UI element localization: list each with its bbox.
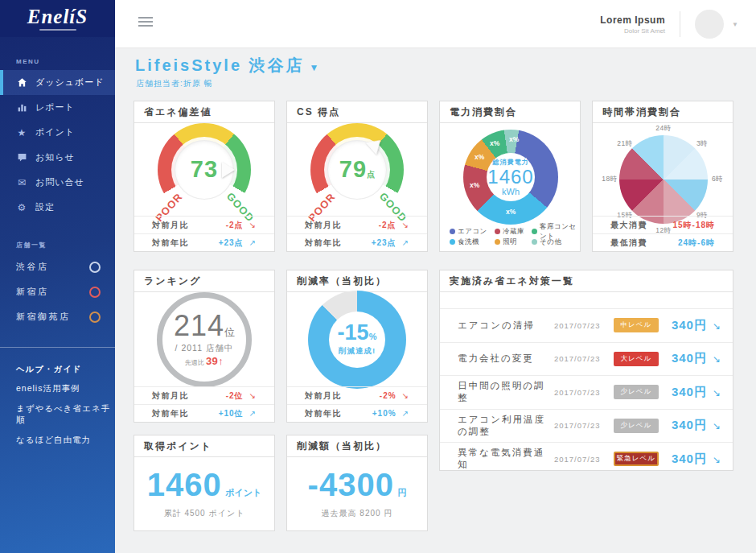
total-power-unit: kWh: [502, 187, 520, 196]
gauge-value: 79: [339, 156, 367, 183]
speech-bubble-icon: [16, 152, 28, 163]
list-item[interactable]: エアコンの清掃 2017/07/23 中レベル 340円↘: [440, 308, 733, 342]
store-manager-label: 店舗担当者:折原 暢: [136, 78, 213, 89]
brand-logo[interactable]: EnelíS: [0, 0, 115, 37]
card-reduction-rate: 削減率（当初比） -15% 削減達成! 対前月比 -2%↘ 対前年比 +10%↗: [286, 270, 428, 423]
stores-section-label: 店舗一覧: [16, 241, 115, 250]
hour-label: 6時: [712, 175, 723, 184]
list-spacer: [440, 291, 733, 308]
arrow-down-right-icon: ↘: [713, 454, 721, 465]
segment-pct-label: x%: [490, 139, 499, 147]
arrow-down-right-icon: ↘: [713, 387, 721, 398]
brand-logo-tagline-line: [39, 29, 76, 31]
measure-amount: 340円↘: [672, 452, 721, 467]
card-title: 取得ポイント: [134, 435, 274, 457]
brand-logo-text: EnelíS: [27, 6, 88, 27]
sidebar-store-shinjuku[interactable]: 新宿店: [0, 279, 115, 304]
reduction-donut-chart: -15% 削減達成!: [287, 291, 427, 387]
list-item[interactable]: 電力会社の変更 2017/07/23 大レベル 340円↘: [440, 342, 733, 376]
user-box[interactable]: Lorem Ipsum Dolor Sit Amet ▼: [600, 0, 738, 48]
store-status-ring: [89, 312, 101, 323]
measure-date: 2017/07/23: [554, 421, 614, 430]
stat-value: 15時-18時: [672, 220, 715, 231]
list-item[interactable]: 日中間の照明の調整 2017/07/23 少レベル 340円↘: [440, 375, 733, 409]
hamburger-menu-icon[interactable]: [138, 17, 153, 29]
help-link-case-studies[interactable]: enelis活用事例: [0, 378, 115, 398]
gauge-value: 73: [191, 156, 218, 183]
sidebar-item-report[interactable]: レポート: [0, 95, 115, 120]
sidebar-item-label: 設定: [35, 201, 55, 213]
stat-value: +10位↗: [219, 408, 257, 419]
ranking-weekly: 先週比 39↑: [185, 355, 224, 367]
stat-value: +23点↗: [372, 237, 409, 249]
avatar[interactable]: [695, 10, 724, 39]
legend-item: その他: [532, 237, 581, 247]
measure-amount: 340円↘: [672, 318, 721, 333]
arrow-down-right-icon: ↘: [249, 221, 257, 229]
total-power-value: 1460: [487, 167, 533, 187]
sidebar-item-news[interactable]: お知らせ: [0, 145, 115, 170]
card-points: 取得ポイント 1460 ポイント 累計 4500 ポイント: [134, 435, 275, 531]
sidebar-store-shinjukugyoen[interactable]: 新宿御苑店: [0, 304, 115, 329]
level-badge: 中レベル: [614, 318, 659, 332]
list-item[interactable]: 異常な電気消費通知 2017/07/23 緊急レベル 340円↘: [440, 442, 733, 476]
measure-date: 2017/07/23: [554, 354, 614, 363]
stat-row-year: 対前年比 +23点↗: [134, 233, 274, 251]
time-pie-chart: 24時 3時 6時 9時 12時 15時 18時 21時: [593, 122, 733, 217]
stat-row-month: 対前月比 -2点↘: [287, 216, 427, 233]
card-title: 電力消費割合: [440, 101, 580, 123]
topbar: Lorem Ipsum Dolor Sit Amet ▼: [115, 0, 756, 48]
ranking-unit: 位: [224, 326, 235, 338]
gauge-unit: 点: [367, 169, 375, 180]
measure-name: エアコンの清掃: [458, 320, 554, 332]
help-link-free-power[interactable]: なるほど自由電力: [0, 430, 115, 450]
legend-item: エアコン: [450, 226, 495, 237]
gear-icon: ⚙: [16, 202, 28, 213]
store-status-ring: [89, 262, 101, 273]
store-label: 渋谷店: [16, 261, 49, 273]
stat-value: +23点↗: [219, 237, 257, 249]
menu-section-label: MENU: [16, 58, 115, 65]
store-label: 新宿御苑店: [16, 311, 71, 323]
level-badge: 緊急レベル: [614, 452, 659, 466]
list-item[interactable]: エアコン利用温度の調整 2017/07/23 少レベル 340円↘: [440, 409, 733, 443]
gauge-needle-icon: [222, 162, 243, 178]
chevron-down-icon[interactable]: ▼: [732, 21, 738, 28]
star-icon: ★: [16, 127, 28, 138]
store-status-ring: [89, 287, 101, 298]
card-title: 時間帯消費割合: [593, 101, 733, 123]
points-unit: ポイント: [225, 488, 261, 497]
card-energy-score: 省エネ偏差値 73 POOR GOOD 対前月比 -2点↘ 対前年比 +23点↗: [134, 101, 275, 252]
legend-item: 冷蔵庫: [495, 226, 532, 237]
sidebar-item-label: お知らせ: [35, 151, 75, 163]
sidebar-item-points[interactable]: ★ ポイント: [0, 120, 115, 145]
arrow-up-right-icon: ↗: [402, 238, 409, 247]
measure-amount: 340円↘: [672, 385, 721, 400]
card-ranking: ランキング 214位 / 2011 店舗中 先週比 39↑ 対前月比 -2位↘ …: [134, 270, 275, 423]
dashboard-app: EnelíS MENU ダッシュボード レポート ★ ポイント お知らせ: [0, 0, 756, 553]
sidebar-item-dashboard[interactable]: ダッシュボード: [0, 70, 115, 95]
hour-label: 24時: [655, 124, 671, 134]
store-label: 新宿店: [16, 286, 49, 298]
energy-gauge-chart: 73 POOR GOOD: [134, 122, 274, 217]
arrow-up-right-icon: ↗: [249, 409, 257, 418]
home-icon: [16, 77, 28, 89]
points-note: 累計 4500 ポイント: [164, 508, 245, 519]
arrow-up-right-icon: ↗: [402, 409, 409, 418]
points-value: 1460: [147, 467, 222, 502]
help-link-energy-steps[interactable]: まずやるべき省エネ手順: [0, 398, 115, 430]
sidebar-divider: [0, 347, 115, 348]
donut-ring: x% x% x% x% x% x% 総消費電力 1460 kWh: [463, 130, 558, 225]
sidebar-item-contact[interactable]: ✉ お問い合せ: [0, 170, 115, 195]
sidebar-store-shibuya[interactable]: 渋谷店: [0, 254, 115, 279]
savings-note: 過去最高 8200 円: [322, 508, 393, 519]
page-title[interactable]: LifeisStyle 渋谷店▼: [135, 55, 322, 76]
sidebar-item-settings[interactable]: ⚙ 設定: [0, 195, 115, 220]
arrow-down-right-icon: ↘: [249, 391, 257, 400]
measure-name: 日中間の照明の調整: [458, 380, 554, 404]
measure-name: 電力会社の変更: [458, 353, 554, 365]
stat-value: -2点↘: [379, 220, 409, 231]
segment-pct-label: x%: [506, 208, 516, 216]
power-donut-chart: x% x% x% x% x% x% 総消費電力 1460 kWh エアコン 食洗…: [440, 123, 581, 252]
mail-icon: ✉: [16, 177, 28, 188]
